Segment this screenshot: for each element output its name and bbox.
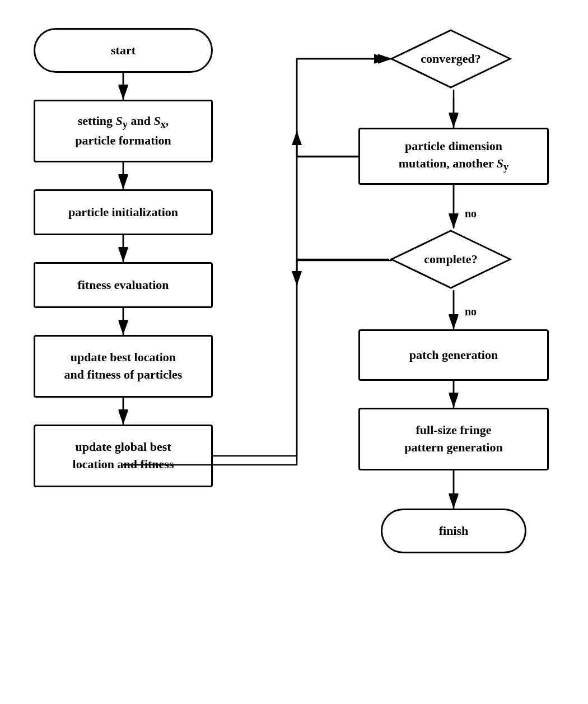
complete-shape: complete? [389,229,512,290]
setting-shape: setting Sy and Sx, particle formation [34,100,213,162]
flowchart-diagram: start setting Sy and Sx, particle format… [0,0,588,704]
update-global-shape: update global bestlocation and fitness [34,425,213,487]
setting-label: setting Sy and Sx, particle formation [75,113,171,150]
update-best-shape: update best locationand fitness of parti… [34,335,213,398]
fitness-shape: fitness evaluation [34,262,213,308]
finish-label: finish [439,524,469,538]
no-complete-label: no [465,207,477,220]
converged-label: converged? [421,52,481,66]
start-shape: start [34,28,213,73]
start-label: start [111,43,136,58]
patch-label: patch generation [409,348,498,362]
fitness-label: fitness evaluation [77,278,169,292]
fringe-shape: full-size fringepattern generation [358,408,549,470]
mutation-label: particle dimensionmutation, another Sy [399,138,508,175]
converged-shape: converged? [389,28,512,90]
update-best-label: update best locationand fitness of parti… [64,349,183,384]
initialization-label: particle initialization [68,205,178,220]
finish-shape: finish [381,509,526,553]
initialization-shape: particle initialization [34,189,213,235]
complete-label: complete? [424,252,477,267]
update-global-label: update global bestlocation and fitness [73,439,174,473]
fringe-label: full-size fringepattern generation [404,422,502,456]
mutation-shape: particle dimensionmutation, another Sy [358,128,549,185]
patch-shape: patch generation [358,329,549,381]
no-patch-label: no [465,305,477,318]
